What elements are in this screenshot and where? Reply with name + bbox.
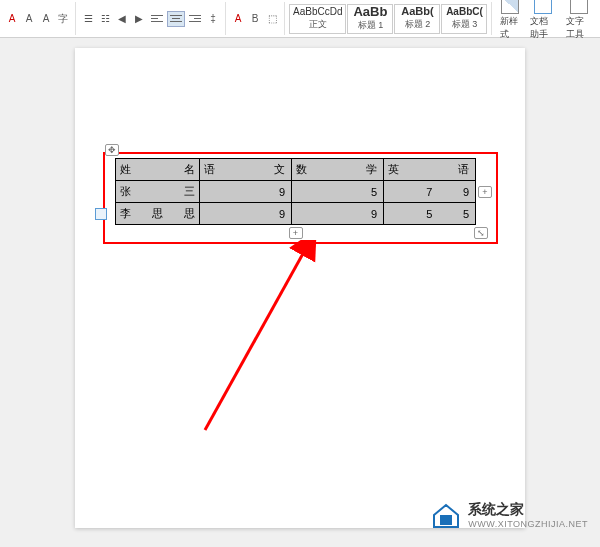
cell-score[interactable]: 9 (200, 181, 292, 203)
style-heading3[interactable]: AaBbC( 标题 3 (441, 4, 487, 34)
table-header-row[interactable]: 姓名 语文 数学 英语 (116, 159, 476, 181)
table-add-row-handle[interactable]: + (289, 227, 303, 239)
header-chinese[interactable]: 语文 (200, 159, 292, 181)
watermark: 系统之家 WWW.XITONGZHIJIA.NET (430, 501, 588, 529)
new-style-tool[interactable]: 新样式 (496, 0, 524, 41)
cell-name[interactable]: 张三 (116, 181, 200, 203)
cell-score[interactable]: 5 5 (384, 203, 476, 225)
font-a2-btn[interactable]: B (247, 11, 263, 27)
table-resize-handle[interactable]: ⤡ (474, 227, 488, 239)
align-left-btn[interactable] (148, 11, 166, 27)
header-name[interactable]: 姓名 (116, 159, 200, 181)
text-tool-icon (570, 0, 588, 14)
svg-rect-1 (440, 515, 452, 525)
format-a-btn[interactable]: A (38, 11, 54, 27)
table-move-handle[interactable]: ✥ (105, 144, 119, 156)
table-row[interactable]: 李思思 9 9 5 5 (116, 203, 476, 225)
watermark-title: 系统之家 (468, 501, 588, 519)
doc-helper-icon (534, 0, 552, 14)
header-english[interactable]: 英语 (384, 159, 476, 181)
line-spacing-btn[interactable]: ‡ (205, 11, 221, 27)
char-border-btn[interactable]: 字 (55, 11, 71, 27)
page[interactable]: ✥ 姓名 语文 数学 英语 张三 9 5 7 9 李思思 9 (75, 48, 525, 528)
paragraph-marker[interactable] (95, 208, 107, 220)
style-heading2[interactable]: AaBb( 标题 2 (394, 4, 440, 34)
highlight-btn[interactable]: A (21, 11, 37, 27)
new-style-icon (501, 0, 519, 14)
table-container: ✥ 姓名 语文 数学 英语 张三 9 5 7 9 李思思 9 (115, 158, 476, 225)
shading-btn[interactable]: ⬚ (264, 11, 280, 27)
table-add-col-handle[interactable]: + (478, 186, 492, 198)
paragraph-group: ☰ ☷ ◀ ▶ ‡ (80, 2, 226, 35)
font-color-btn[interactable]: A (4, 11, 20, 27)
cell-score[interactable]: 9 (200, 203, 292, 225)
cell-name[interactable]: 李思思 (116, 203, 200, 225)
cell-score[interactable]: 7 9 (384, 181, 476, 203)
indent-dec-btn[interactable]: ◀ (114, 11, 130, 27)
watermark-logo-icon (430, 501, 462, 529)
align-center-btn[interactable] (167, 11, 185, 27)
text-tool[interactable]: 文字工具 (562, 0, 596, 41)
header-math[interactable]: 数学 (292, 159, 384, 181)
font-format-group: A A A 字 (4, 2, 76, 35)
cell-score[interactable]: 5 (292, 181, 384, 203)
svg-line-0 (205, 250, 305, 430)
style-heading1[interactable]: AaBb 标题 1 (347, 4, 393, 34)
ribbon-toolbar: A A A 字 ☰ ☷ ◀ ▶ ‡ A B ⬚ AaBbCcDd 正文 AaBb… (0, 0, 600, 38)
font-a1-btn[interactable]: A (230, 11, 246, 27)
bullets-btn[interactable]: ☰ (80, 11, 96, 27)
score-table[interactable]: 姓名 语文 数学 英语 张三 9 5 7 9 李思思 9 9 5 5 (115, 158, 476, 225)
document-area: ✥ 姓名 语文 数学 英语 张三 9 5 7 9 李思思 9 (0, 38, 600, 547)
annotation-arrow (195, 240, 355, 440)
cell-score[interactable]: 9 (292, 203, 384, 225)
font-style-group: A B ⬚ (230, 2, 285, 35)
align-right-btn[interactable] (186, 11, 204, 27)
styles-gallery: AaBbCcDd 正文 AaBb 标题 1 AaBb( 标题 2 AaBbC( … (289, 2, 492, 35)
doc-helper-tool[interactable]: 文档助手 (526, 0, 560, 41)
table-row[interactable]: 张三 9 5 7 9 (116, 181, 476, 203)
indent-inc-btn[interactable]: ▶ (131, 11, 147, 27)
numbering-btn[interactable]: ☷ (97, 11, 113, 27)
watermark-url: WWW.XITONGZHIJIA.NET (468, 519, 588, 529)
style-normal[interactable]: AaBbCcDd 正文 (289, 4, 346, 34)
